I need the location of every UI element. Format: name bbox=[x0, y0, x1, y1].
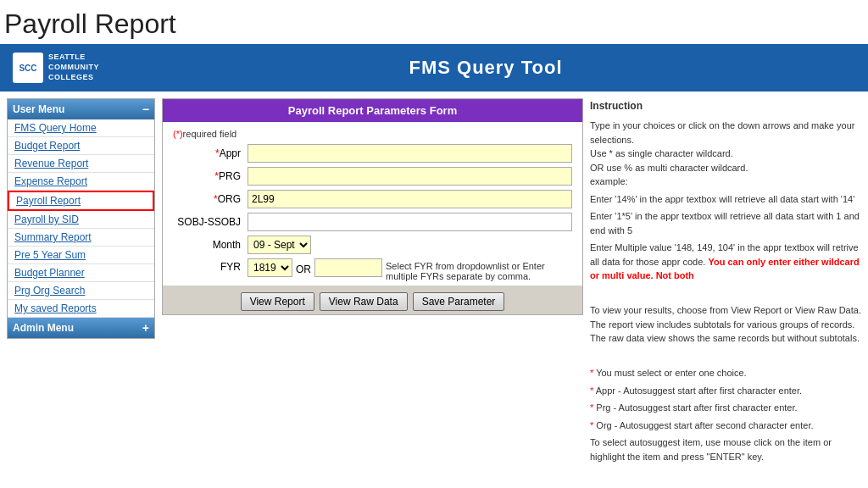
sidebar-item-fms-query-home[interactable]: FMS Query Home bbox=[8, 119, 154, 137]
form-body: (*)(*)required fieldrequired field *Appr… bbox=[163, 122, 582, 314]
fyr-row: FYR 1617 1718 1819 1920 OR Select FYR fr… bbox=[173, 258, 572, 281]
sidebar-item-expense-report[interactable]: Expense Report bbox=[8, 173, 154, 191]
month-label: Month bbox=[173, 239, 241, 251]
month-select[interactable]: 01 - Jan 02 - Feb 03 - Mar 04 - Apr 05 -… bbox=[248, 236, 311, 254]
sidebar-item-payroll-by-sid[interactable]: Payroll by SID bbox=[8, 211, 154, 229]
sobj-row: SOBJ-SSOBJ bbox=[173, 213, 572, 231]
sidebar-item-payroll-report[interactable]: Payroll Report bbox=[8, 191, 154, 211]
admin-menu-expand-icon[interactable]: + bbox=[142, 321, 149, 335]
appr-label: *Appr bbox=[173, 147, 241, 159]
header-title: FMS Query Tool bbox=[116, 57, 855, 79]
save-parameter-button[interactable]: Save Parameter bbox=[413, 292, 505, 311]
prg-label: *PRG bbox=[173, 170, 241, 182]
org-label: *ORG bbox=[173, 193, 241, 205]
prg-row: *PRG bbox=[173, 167, 572, 186]
sidebar-item-budget-report[interactable]: Budget Report bbox=[8, 137, 154, 155]
org-input[interactable] bbox=[248, 190, 572, 208]
sidebar: User Menu − FMS Query Home Budget Report… bbox=[7, 98, 155, 339]
required-note: (*)(*)required fieldrequired field bbox=[173, 129, 572, 139]
user-menu-label: User Menu bbox=[13, 103, 64, 115]
instructions-panel: Instruction Type in your choices or clic… bbox=[590, 98, 861, 467]
sobj-input[interactable] bbox=[248, 213, 572, 231]
form-section: Payroll Report Parameters Form (*)(*)req… bbox=[162, 98, 583, 315]
fyr-text-input[interactable] bbox=[314, 258, 382, 277]
form-title: Payroll Report Parameters Form bbox=[163, 99, 582, 122]
sidebar-item-budget-planner[interactable]: Budget Planner bbox=[8, 264, 154, 282]
svg-text:SCC: SCC bbox=[19, 64, 36, 73]
user-menu-collapse-icon[interactable]: − bbox=[142, 103, 149, 116]
sidebar-item-summary-report[interactable]: Summary Report bbox=[8, 229, 154, 247]
sidebar-item-my-saved-reports[interactable]: My saved Reports bbox=[8, 300, 154, 318]
month-row: Month 01 - Jan 02 - Feb 03 - Mar 04 - Ap… bbox=[173, 236, 572, 254]
college-logo-icon: SCC bbox=[13, 53, 43, 83]
view-report-button[interactable]: View Report bbox=[241, 292, 314, 311]
fyr-note: Select FYR from dropdownlist or Enter mu… bbox=[386, 261, 572, 281]
fyr-select[interactable]: 1617 1718 1819 1920 bbox=[248, 258, 292, 277]
sidebar-item-prg-org-search[interactable]: Prg Org Search bbox=[8, 282, 154, 300]
sidebar-item-revenue-report[interactable]: Revenue Report bbox=[8, 155, 154, 173]
fyr-controls: 1617 1718 1819 1920 OR Select FYR from d… bbox=[248, 258, 572, 281]
sidebar-item-pre-5-year-sum[interactable]: Pre 5 Year Sum bbox=[8, 247, 154, 264]
admin-menu-header: Admin Menu + bbox=[8, 318, 154, 338]
logo-text: SEATTLE COMMUNITY COLLEGES bbox=[48, 53, 99, 82]
org-row: *ORG bbox=[173, 190, 572, 208]
appr-row: *Appr bbox=[173, 144, 572, 163]
fyr-or-label: OR bbox=[296, 261, 311, 275]
user-menu-header: User Menu − bbox=[8, 99, 154, 119]
fyr-select-group: 1617 1718 1819 1920 OR bbox=[248, 258, 382, 277]
instructions-title: Instruction bbox=[590, 98, 861, 114]
view-raw-data-button[interactable]: View Raw Data bbox=[320, 292, 408, 311]
admin-menu-label: Admin Menu bbox=[13, 322, 74, 334]
main-layout: User Menu − FMS Query Home Budget Report… bbox=[0, 92, 868, 474]
form-buttons: View Report View Raw Data Save Parameter bbox=[163, 286, 582, 314]
header-banner: SCC SEATTLE COMMUNITY COLLEGES FMS Query… bbox=[0, 44, 868, 92]
appr-input[interactable] bbox=[248, 144, 572, 163]
prg-input[interactable] bbox=[248, 167, 572, 186]
fyr-label: FYR bbox=[173, 258, 241, 273]
page-title: Payroll Report bbox=[0, 0, 868, 44]
header-logo: SCC SEATTLE COMMUNITY COLLEGES bbox=[13, 53, 99, 83]
sobj-label: SOBJ-SSOBJ bbox=[173, 216, 241, 228]
